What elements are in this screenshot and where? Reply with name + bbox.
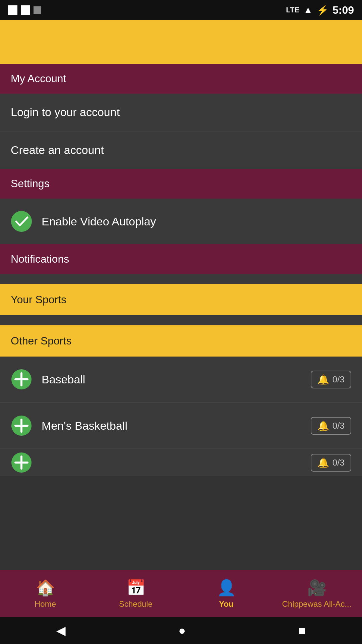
third-sport-menu-item[interactable]: 🔔 0/3 — [0, 449, 362, 476]
spacer-1 — [0, 274, 362, 284]
svg-point-0 — [11, 211, 32, 231]
nav-home-label: Home — [35, 599, 56, 609]
home-icon: 🏠 — [36, 579, 55, 597]
baseball-label: Baseball — [42, 373, 85, 386]
bottom-nav: 🏠 Home 📅 Schedule 👤 You 🎥 Chippewas All-… — [0, 570, 362, 617]
third-sport-plus-icon — [11, 452, 32, 473]
time-display: 5:09 — [333, 4, 354, 16]
notifications-header: Notifications — [0, 244, 362, 274]
basketball-badge[interactable]: 🔔 0/3 — [311, 417, 351, 435]
signal-icon: ▲ — [303, 5, 313, 15]
you-icon: 👤 — [217, 579, 236, 597]
spacer-2 — [0, 315, 362, 325]
back-button[interactable]: ◀ — [56, 624, 66, 638]
status-bar: LTE ▲ ⚡ 5:09 — [0, 0, 362, 20]
baseball-plus-icon — [11, 369, 32, 390]
settings-header: Settings — [0, 169, 362, 199]
lte-label: LTE — [286, 6, 299, 14]
third-sport-bell-icon: 🔔 — [317, 457, 329, 468]
status-icon-3 — [34, 6, 41, 14]
battery-icon: ⚡ — [317, 5, 328, 16]
nav-you-label: You — [219, 599, 234, 609]
basketball-badge-count: 0/3 — [333, 421, 345, 431]
status-icon-2 — [21, 5, 30, 15]
basketball-plus-icon — [11, 415, 32, 436]
basketball-bell-icon: 🔔 — [317, 420, 329, 431]
third-sport-badge-count: 0/3 — [333, 458, 345, 468]
nav-home[interactable]: 🏠 Home — [0, 579, 90, 609]
your-sports-header: Your Sports — [0, 284, 362, 315]
third-sport-badge[interactable]: 🔔 0/3 — [311, 454, 351, 472]
nav-you[interactable]: 👤 You — [181, 579, 272, 609]
yellow-header-band — [0, 20, 362, 64]
mens-basketball-menu-item[interactable]: Men's Basketball 🔔 0/3 — [0, 403, 362, 448]
status-icon-1 — [8, 5, 17, 15]
nav-chippewas-label: Chippewas All-Ac... — [282, 599, 352, 609]
baseball-bell-icon: 🔔 — [317, 374, 329, 385]
mens-basketball-label: Men's Basketball — [42, 419, 127, 432]
autoplay-menu-item[interactable]: Enable Video Autoplay — [0, 199, 362, 244]
status-bar-right: LTE ▲ ⚡ 5:09 — [286, 4, 354, 16]
other-sports-header: Other Sports — [0, 325, 362, 357]
baseball-menu-item[interactable]: Baseball 🔔 0/3 — [0, 357, 362, 402]
nav-chippewas[interactable]: 🎥 Chippewas All-Ac... — [272, 579, 362, 609]
nav-schedule[interactable]: 📅 Schedule — [90, 579, 181, 609]
login-label: Login to your account — [11, 106, 120, 119]
nav-schedule-label: Schedule — [119, 599, 153, 609]
main-content: My Account Login to your account Create … — [0, 64, 362, 644]
home-button[interactable]: ● — [178, 624, 186, 638]
login-menu-item[interactable]: Login to your account — [0, 94, 362, 131]
baseball-badge[interactable]: 🔔 0/3 — [311, 371, 351, 388]
baseball-badge-count: 0/3 — [333, 374, 345, 385]
recent-button[interactable]: ■ — [298, 624, 306, 638]
chippewas-icon: 🎥 — [307, 579, 326, 597]
schedule-icon: 📅 — [126, 579, 145, 597]
create-account-label: Create an account — [11, 144, 104, 157]
checkmark-icon — [11, 211, 32, 232]
autoplay-label: Enable Video Autoplay — [42, 215, 156, 228]
system-bar: ◀ ● ■ — [0, 617, 362, 644]
status-bar-left — [8, 5, 41, 15]
my-account-header: My Account — [0, 64, 362, 94]
create-account-menu-item[interactable]: Create an account — [0, 131, 362, 169]
